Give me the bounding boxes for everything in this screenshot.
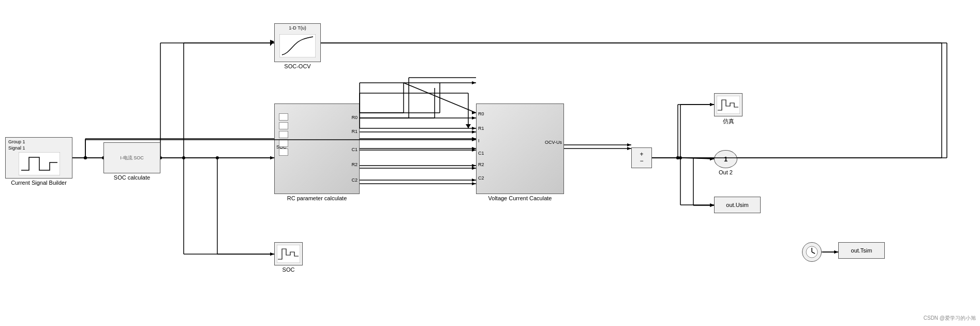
rc-param-label: RC parameter calculate <box>287 195 347 201</box>
vc-r1-port: R1 <box>478 126 484 131</box>
svg-marker-21 <box>472 167 476 170</box>
rc-inner-box-5 <box>279 149 288 156</box>
out2-block: 1 Out 2 <box>714 150 737 168</box>
voltage-calc-label: Voltage Current Caculate <box>488 195 552 201</box>
svg-line-84 <box>404 83 476 113</box>
rc-inner-box-2 <box>279 122 288 129</box>
svg-marker-90 <box>472 127 476 130</box>
soc-calc-label: I-电流 SOC <box>119 154 145 162</box>
svg-point-63 <box>182 156 185 159</box>
svg-marker-102 <box>627 147 631 150</box>
signal-builder-label: Current Signal Builder <box>11 180 67 186</box>
svg-point-45 <box>84 156 87 159</box>
svg-point-32 <box>676 156 679 159</box>
svg-rect-58 <box>277 245 300 263</box>
svg-marker-37 <box>710 157 714 160</box>
svg-marker-48 <box>270 156 274 159</box>
out2-label: Out 2 <box>719 169 733 175</box>
group-label: Group 1 <box>8 139 25 144</box>
svg-marker-85 <box>472 111 476 114</box>
scope-sim-icon <box>717 96 740 114</box>
out-tsim-text: out.Tsim <box>851 247 872 254</box>
svg-marker-75 <box>270 156 274 159</box>
svg-marker-19 <box>472 149 476 152</box>
svg-marker-88 <box>472 81 476 84</box>
svg-marker-42 <box>834 250 838 254</box>
scope-sim-label: 仿真 <box>723 117 734 125</box>
svg-marker-35 <box>710 103 714 106</box>
simulink-canvas: Group 1 Signal 1 Current Signal Builder … <box>0 0 980 326</box>
scope-soc-block: SOC <box>274 242 303 265</box>
svg-marker-40 <box>710 204 714 207</box>
svg-marker-23 <box>472 182 476 185</box>
svg-marker-96 <box>472 147 476 150</box>
out2-value: 1 <box>724 155 727 163</box>
svg-point-9 <box>216 156 219 159</box>
svg-rect-54 <box>717 96 740 114</box>
rc-r2-port: R2 <box>351 162 358 167</box>
svg-marker-17 <box>472 130 476 134</box>
soc-ocv-label: SOC-OCV <box>284 63 310 69</box>
signal-icon <box>19 152 60 175</box>
rc-param-block: SOC R0 R1 C1 R2 C2 RC parameter calculat… <box>274 103 360 194</box>
vc-c2-port: C2 <box>478 175 484 181</box>
scope-sim-block: 仿真 <box>714 93 743 116</box>
rc-inner-box-4 <box>279 140 288 147</box>
out-tsim-block: out.Tsim <box>838 242 885 259</box>
svg-line-108 <box>680 158 714 159</box>
vc-r2-port: R2 <box>478 162 484 167</box>
svg-marker-66 <box>270 41 274 45</box>
soc-calc-block: I-电流 SOC SOC calculate <box>103 142 160 173</box>
vc-r0-port: R0 <box>478 111 484 116</box>
out-usim-block: out.Usim <box>714 197 761 213</box>
svg-point-104 <box>679 156 682 159</box>
svg-point-70 <box>676 156 679 159</box>
svg-marker-100 <box>472 179 476 182</box>
signal-builder-block: Group 1 Signal 1 Current Signal Builder <box>5 137 72 179</box>
watermark: CSDN @爱学习的小旭 <box>924 315 976 322</box>
svg-line-36 <box>693 158 714 159</box>
svg-marker-112 <box>710 203 714 206</box>
out-usim-text: out.Usim <box>726 202 748 208</box>
sum-signs: +− <box>640 151 643 165</box>
rc-inner-blocks <box>279 113 288 156</box>
svg-marker-73 <box>270 253 274 256</box>
clock-icon <box>805 245 819 259</box>
rc-inner-box-1 <box>279 113 288 121</box>
soc-ocv-block: 1-D T(u) SOC-OCV <box>274 23 321 62</box>
svg-marker-78 <box>472 138 476 141</box>
svg-marker-6 <box>270 40 274 46</box>
svg-line-51 <box>435 88 476 118</box>
svg-marker-94 <box>466 124 471 128</box>
svg-marker-12 <box>472 116 476 120</box>
vc-c1-port: C1 <box>478 151 484 156</box>
signal-label: Signal 1 <box>8 145 25 151</box>
rc-inner-box-3 <box>279 131 288 138</box>
svg-marker-114 <box>834 250 838 254</box>
svg-marker-10 <box>270 253 274 256</box>
vc-i-port: I <box>478 138 480 143</box>
svg-point-60 <box>84 156 87 159</box>
rc-c2-port: C2 <box>351 177 358 183</box>
scope-soc-label: SOC <box>283 266 295 273</box>
rc-c1-port: C1 <box>351 147 358 152</box>
rc-r0-port: R0 <box>351 115 358 120</box>
scope-soc-icon <box>277 245 300 263</box>
clock-block <box>802 242 822 262</box>
voltage-calc-block: R0 R1 I C1 R2 C2 OCV-Us Voltage Current … <box>476 103 564 194</box>
svg-marker-46 <box>472 137 476 140</box>
svg-marker-98 <box>472 164 476 167</box>
svg-line-81 <box>440 83 476 113</box>
lookup-icon <box>279 34 316 57</box>
svg-marker-109 <box>710 157 714 160</box>
svg-marker-107 <box>710 103 714 106</box>
rc-r1-port: R1 <box>351 129 358 134</box>
soc-calc-below: SOC calculate <box>114 174 150 181</box>
vc-ocvus-port: OCV-Us <box>545 140 562 145</box>
sum-block: +− <box>631 147 652 168</box>
soc-ocv-top-label: 1-D T(u) <box>289 25 306 31</box>
svg-marker-30 <box>627 143 631 146</box>
